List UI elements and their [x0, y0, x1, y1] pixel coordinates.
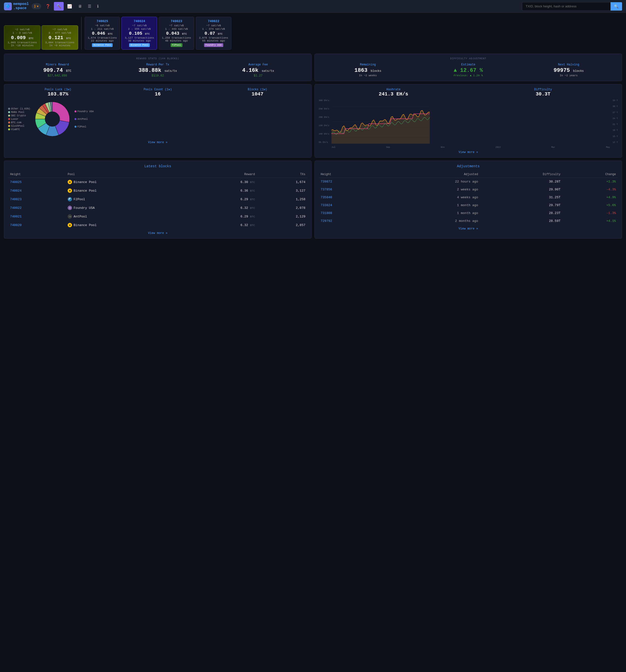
adj-change: +1.3% — [562, 178, 618, 186]
estimate-value: ▲ 12.67 % — [419, 67, 517, 74]
confirmed-block-3[interactable]: 740022 ~7 sat/vB 1 - 374 sat/vB 0.07 BTC… — [196, 17, 231, 50]
block-pool: ⚒ Foundry USA — [68, 206, 186, 210]
latest-blocks-view-more[interactable]: View more » — [8, 232, 307, 235]
table-row: 740021 🐜 AntPool 6.29 BTC 2,129 — [8, 212, 307, 221]
adj-height-link[interactable]: 737856 — [321, 188, 332, 191]
block-reward: 6.30 BTC — [189, 178, 257, 187]
table-row: 731808 1 month ago 28.23T -1.3% — [319, 209, 618, 217]
y-label-right: 21 T — [610, 123, 618, 126]
confirmed-block-height-3[interactable]: 740022 — [199, 19, 228, 23]
search-input[interactable] — [522, 2, 610, 10]
bitcoin-selector[interactable]: ₿ ▾ — [32, 3, 41, 9]
pools-luck-col: Pools Luck (1w) 103.87% — [8, 88, 108, 97]
block-height-link[interactable]: 740023 — [10, 197, 22, 201]
navbar: 🔷 mempool .space ₿ ▾ ❓ 🔨 📈 🖥 ☰ ℹ 🔍 — [0, 0, 626, 13]
adj-height-link[interactable]: 735840 — [321, 195, 332, 199]
blocks-row: ~2 sat/vB 1 - 3 sat/vB 0.009 BTC 1,065 t… — [4, 17, 622, 50]
x-label: Nov — [441, 146, 445, 149]
table-row: 740020 ◆ Binance Pool 6.32 BTC 2,857 — [8, 221, 307, 230]
pending-block-btc-1: 0.121 BTC — [45, 35, 75, 41]
adj-difficulty: 31.25T — [480, 194, 562, 201]
adj-height-link[interactable]: 729792 — [321, 219, 332, 223]
pool-label-AntPool: AntPool — [75, 118, 94, 121]
y-label-left: 250 EH/s — [319, 108, 331, 110]
hashrate-chart: 300 EH/s250 EH/s200 EH/s150 EH/s100 EH/s… — [319, 99, 618, 149]
pools-blocks-label: Blocks (1w) — [207, 88, 307, 91]
latest-blocks-table: Height Pool Reward TXs 740025 ◆ Binance … — [8, 171, 307, 230]
adj-adjusted: 1 month ago — [377, 209, 480, 217]
difficulty-value: 30.3T — [468, 91, 618, 97]
confirmed-block-0[interactable]: 740025 ~6 sat/vB 1 - 211 sat/vB 0.046 BT… — [84, 17, 120, 50]
chart-button[interactable]: 📈 — [65, 2, 75, 10]
pool-label-ViaBTC: ViaBTC — [8, 128, 30, 131]
search-button[interactable]: 🔍 — [610, 2, 622, 10]
adj-height-link[interactable]: 733824 — [321, 203, 332, 207]
hashrate-col: Hashrate 241.3 EH/s — [319, 88, 468, 97]
col-reward: Reward — [189, 171, 257, 178]
block-pool: ◆ Binance Pool — [68, 188, 186, 193]
help-button[interactable]: ❓ — [43, 2, 53, 10]
remaining-sub: In ~2 weeks — [319, 74, 417, 77]
adj-height-link[interactable]: 731808 — [321, 211, 332, 215]
next-halving-value: 99975 blocks — [520, 67, 618, 74]
miners-reward-label: Miners Reward — [8, 63, 106, 66]
miners-reward-col: Miners Reward 909.74 BTC $27,842,898 — [8, 63, 106, 77]
pending-block-txs-0: 1,065 transactions — [8, 41, 37, 44]
logo[interactable]: 🔷 mempool .space — [4, 2, 29, 10]
confirmed-block-2[interactable]: 740023 ~7 sat/vB 1 - 443 sat/vB 0.043 BT… — [158, 17, 194, 50]
table-row: 740023 🌊 F2Pool 6.29 BTC 1,258 — [8, 195, 307, 204]
confirmed-block-fee-1: 2 - 355 sat/vB — [125, 27, 154, 30]
bitcoin-icon: ₿ — [34, 4, 36, 8]
confirmed-block-time-2: 48 minutes ago — [162, 39, 191, 42]
pools-view-more[interactable]: View more » — [8, 141, 307, 144]
confirmed-block-sat-3: ~7 sat/vB — [199, 24, 228, 27]
list-button[interactable]: ☰ — [85, 2, 94, 10]
pending-block-0[interactable]: ~2 sat/vB 1 - 3 sat/vB 0.009 BTC 1,065 t… — [4, 25, 41, 50]
block-height-link[interactable]: 740021 — [10, 215, 22, 218]
hammer-button[interactable]: 🔨 — [54, 2, 64, 10]
confirmed-block-height-2[interactable]: 740023 — [162, 19, 191, 23]
next-halving-sub: In ~2 years — [520, 74, 618, 77]
block-height-link[interactable]: 740022 — [10, 206, 22, 210]
confirmed-block-pool-2: F2Pool — [171, 43, 182, 47]
table-row: 735840 4 weeks ago 31.25T +4.9% — [319, 194, 618, 201]
pending-block-fee-0: 1 - 3 sat/vB — [8, 31, 37, 34]
stats-row: REWARD STATS (144 BLOCKS) Miners Reward … — [4, 54, 622, 81]
col-pool: Pool — [66, 171, 188, 178]
y-label-left: 55 EH/s — [319, 141, 331, 144]
block-reward: 6.32 BTC — [189, 204, 257, 212]
confirmed-block-sat-1: ~7 sat/vB — [125, 24, 154, 27]
pending-block-1[interactable]: ~7 sat/vB 3 - 477 sat/vB 0.121 BTC 3,004… — [42, 25, 78, 50]
confirmed-block-1[interactable]: 740024 ~7 sat/vB 2 - 355 sat/vB 0.105 BT… — [122, 17, 157, 50]
adj-change: +4.1% — [562, 217, 618, 225]
block-height-link[interactable]: 740020 — [10, 223, 22, 227]
adj-col-difficulty: Difficulty — [480, 171, 562, 178]
pools-blocks-col: Blocks (1w) 1047 — [207, 88, 307, 97]
remaining-col: Remaining 1863 blocks In ~2 weeks — [319, 63, 417, 77]
monitor-button[interactable]: 🖥 — [75, 2, 84, 10]
avg-fee-value: 4.16k sats/tx — [209, 67, 307, 74]
adj-adjusted: 22 hours ago — [377, 178, 480, 186]
confirmed-block-pool-3: Foundry USA — [204, 43, 223, 47]
block-reward: 6.29 BTC — [189, 195, 257, 204]
pending-block-sat-1: ~7 sat/vB — [45, 28, 75, 31]
block-reward: 6.32 BTC — [189, 221, 257, 230]
chart-x-labels: JulSepNov2022MarMay — [331, 146, 610, 149]
confirmed-block-height-1[interactable]: 740024 — [125, 19, 154, 23]
block-pool: 🐜 AntPool — [68, 214, 186, 219]
pending-block-btc-0: 0.009 BTC — [8, 35, 37, 41]
confirmed-block-txs-3: 2,078 transactions — [199, 37, 228, 39]
info-button[interactable]: ℹ — [95, 2, 101, 10]
block-height-link[interactable]: 740024 — [10, 189, 22, 193]
adj-height-link[interactable]: 739872 — [321, 180, 332, 184]
hashrate-view-more[interactable]: View more » — [319, 150, 618, 154]
confirmed-block-height-0[interactable]: 740025 — [88, 19, 117, 23]
pool-label-Other-(1.63%): Other (1.63%) — [8, 107, 30, 110]
adjustments-view-more[interactable]: View more » — [319, 227, 618, 231]
block-reward: 6.36 BTC — [189, 187, 257, 195]
block-height-link[interactable]: 740025 — [10, 180, 22, 184]
block-txs: 2,078 — [257, 204, 307, 212]
pools-card: Pools Luck (1w) 103.87% Pools Count (1w)… — [4, 84, 311, 158]
pool-icon: ◆ — [68, 188, 72, 193]
pending-block-txs-1: 3,004 transactions — [45, 41, 75, 44]
